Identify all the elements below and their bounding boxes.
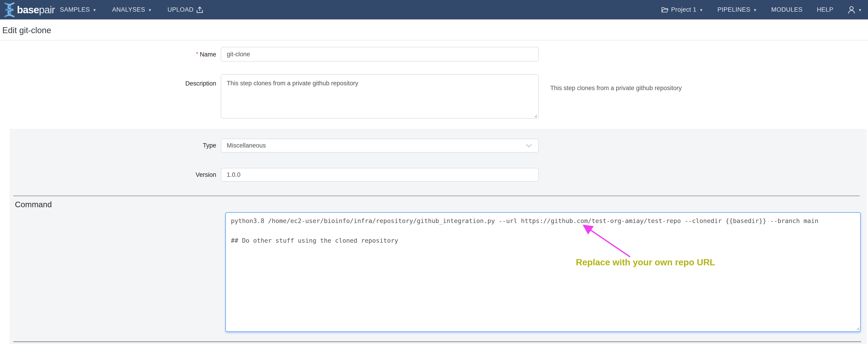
user-icon <box>848 6 856 14</box>
brand-pair: pair <box>39 4 55 15</box>
name-label: *Name <box>0 51 221 58</box>
nav-project-label: Project 1 <box>671 6 696 13</box>
chevron-down-icon: ▼ <box>753 7 757 12</box>
chevron-down-icon: ▼ <box>699 7 703 12</box>
nav-right-group: Project 1 ▼ PIPELINES ▼ MODULES HELP ▼ <box>661 6 862 14</box>
nav-help[interactable]: HELP <box>817 6 833 13</box>
nav-upload[interactable]: UPLOAD <box>167 6 203 13</box>
nav-modules-label: MODULES <box>771 6 803 13</box>
nav-pipelines[interactable]: PIPELINES ▼ <box>717 6 757 13</box>
page-header: Edit git-clone <box>0 20 868 40</box>
name-row: *Name <box>0 47 868 62</box>
description-label: Description <box>0 74 221 87</box>
folder-icon <box>661 7 668 13</box>
dna-helix-icon <box>3 2 16 18</box>
nav-left-group: SAMPLES ▼ ANALYSES ▼ UPLOAD <box>60 6 203 13</box>
details-panel: Type Miscellaneous Version Command pytho… <box>10 129 867 344</box>
nav-analyses[interactable]: ANALYSES ▼ <box>112 6 152 13</box>
type-select-value: Miscellaneous <box>227 142 266 149</box>
description-textarea[interactable]: This step clones from a private github r… <box>221 74 539 119</box>
nav-pipelines-label: PIPELINES <box>717 6 750 13</box>
brand-base: base <box>17 4 39 15</box>
top-navbar: basepair SAMPLES ▼ ANALYSES ▼ UPLOAD <box>0 0 868 20</box>
nav-samples-label: SAMPLES <box>60 6 90 13</box>
name-input[interactable] <box>221 47 539 62</box>
type-row: Type Miscellaneous <box>10 129 867 153</box>
nav-help-label: HELP <box>817 6 833 13</box>
nav-analyses-label: ANALYSES <box>112 6 145 13</box>
nav-upload-label: UPLOAD <box>167 6 193 13</box>
brand-wordmark: basepair <box>17 5 55 15</box>
description-helper-text: This step clones from a private github r… <box>550 74 682 92</box>
version-input[interactable] <box>221 168 539 182</box>
command-textarea[interactable]: python3.8 /home/ec2-user/bioinfo/infra/r… <box>225 212 861 332</box>
required-asterisk: * <box>196 51 198 57</box>
page-title: Edit git-clone <box>2 26 868 35</box>
nav-samples[interactable]: SAMPLES ▼ <box>60 6 97 13</box>
chevron-down-icon: ▼ <box>858 7 862 12</box>
type-select[interactable]: Miscellaneous <box>221 138 539 153</box>
nav-modules[interactable]: MODULES <box>771 6 803 13</box>
bottom-divider <box>13 341 861 342</box>
select-chevron-down-icon <box>526 144 532 148</box>
version-row: Version <box>10 168 867 182</box>
upload-icon <box>196 6 203 13</box>
type-label: Type <box>10 142 221 149</box>
version-label: Version <box>10 171 221 179</box>
description-row: Description This step clones from a priv… <box>0 74 868 120</box>
nav-project-selector[interactable]: Project 1 ▼ <box>661 6 703 13</box>
command-heading: Command <box>15 200 867 209</box>
nav-user-menu[interactable]: ▼ <box>848 6 862 14</box>
chevron-down-icon: ▼ <box>148 7 152 12</box>
chevron-down-icon: ▼ <box>93 7 97 12</box>
section-divider <box>13 195 860 196</box>
basepair-logo[interactable]: basepair <box>3 2 55 18</box>
